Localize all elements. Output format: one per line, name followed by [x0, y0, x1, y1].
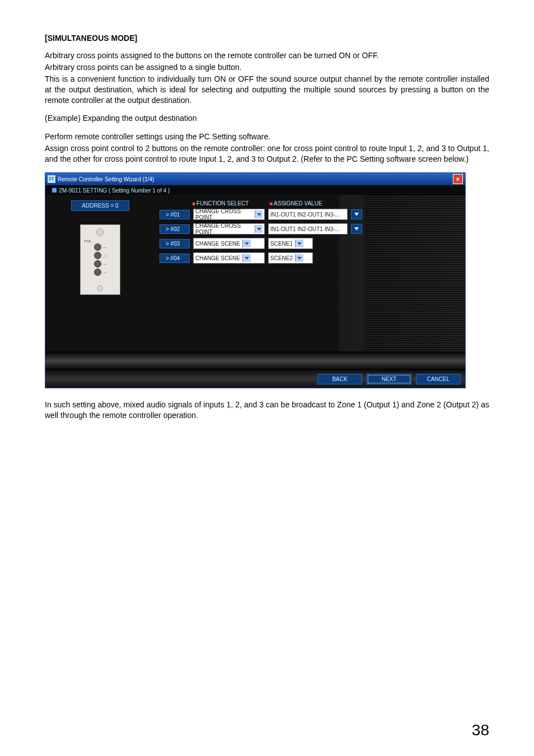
value-select[interactable]: SCENE1	[268, 238, 313, 249]
chevron-down-icon[interactable]	[255, 225, 263, 233]
back-button[interactable]: BACK	[317, 374, 362, 384]
setting-row: > #02 CHANGE CROSS POINT IN1-OUT1 IN2-OU…	[160, 223, 461, 234]
function-select[interactable]: CHANGE SCENE	[193, 238, 265, 249]
cancel-button[interactable]: CANCEL	[416, 374, 461, 384]
wizard-titlebar: 2T Remote Controller Setting Wizard (1/4…	[45, 173, 465, 185]
paragraph-2: This is a convenient function to individ…	[45, 74, 489, 106]
brand-label: TOA	[84, 240, 91, 243]
section-heading: [SIMULTANEOUS MODE]	[45, 34, 489, 43]
address-badge: ADDRESS = 0	[71, 200, 129, 211]
screw-bottom-icon	[97, 285, 103, 291]
paragraph-4: In such setting above, mixed audio signa…	[45, 400, 489, 421]
chevron-down-icon[interactable]	[295, 254, 303, 262]
value-select[interactable]: IN1-OUT1 IN2-OUT1 IN3-...	[268, 223, 348, 234]
legend-text: ZM-9011 SETTING ( Setting Number 1 of 4 …	[59, 187, 170, 194]
wizard-title: Remote Controller Setting Wizard (1/4)	[58, 176, 154, 182]
header-assigned-value: ■ASSIGNED VALUE	[269, 200, 353, 206]
led-icon	[94, 252, 101, 259]
page-number: 38	[472, 721, 489, 739]
wizard-window: 2T Remote Controller Setting Wizard (1/4…	[45, 172, 466, 388]
paragraph-1-line-1: Arbitrary cross points assigned to the b…	[45, 50, 489, 61]
function-select[interactable]: CHANGE SCENE	[193, 252, 265, 264]
row-id-badge: > #01	[160, 210, 190, 219]
row-id-badge: > #03	[160, 239, 190, 248]
paragraph-3-line-1: Perform remote controller settings using…	[45, 132, 489, 142]
row-id-badge: > #04	[160, 253, 190, 263]
function-select[interactable]: CHANGE CROSS POINT	[193, 209, 265, 220]
close-icon[interactable]: ×	[453, 174, 463, 184]
function-select[interactable]: CHANGE CROSS POINT	[193, 223, 265, 234]
controller-graphic: TOA — — — —	[80, 224, 120, 295]
setting-row: > #03 CHANGE SCENE SCENE1	[160, 238, 461, 249]
multi-dropdown-button[interactable]	[351, 224, 362, 234]
next-button[interactable]: NEXT	[367, 374, 411, 384]
led-icon	[94, 260, 101, 267]
chevron-down-icon[interactable]	[255, 210, 263, 218]
wizard-footer: BACK NEXT CANCEL	[45, 370, 465, 388]
paragraph-3-line-2: Assign cross point control to 2 buttons …	[45, 143, 489, 165]
app-icon: 2T	[48, 175, 55, 183]
screw-top-icon	[96, 228, 104, 236]
led-icon	[94, 243, 101, 251]
value-select[interactable]: IN1-OUT1 IN2-OUT1 IN3-...	[268, 209, 348, 220]
led-icon	[94, 269, 101, 276]
legend-marker-icon	[52, 188, 57, 192]
multi-dropdown-button[interactable]	[351, 209, 362, 219]
paragraph-1-line-2: Arbitrary cross points can be assigned t…	[45, 62, 489, 73]
value-select[interactable]: SCENE2	[268, 252, 313, 264]
row-id-badge: > #02	[160, 224, 190, 234]
setting-row: > #01 CHANGE CROSS POINT IN1-OUT1 IN2-OU…	[160, 209, 461, 220]
setting-row: > #04 CHANGE SCENE SCENE2	[160, 252, 461, 264]
fieldset-legend: ZM-9011 SETTING ( Setting Number 1 of 4 …	[45, 185, 465, 195]
header-function-select: ■FUNCTION SELECT	[192, 200, 265, 206]
example-label: (Example) Expanding the output destinati…	[45, 113, 489, 124]
chevron-down-icon[interactable]	[242, 240, 251, 247]
chevron-down-icon[interactable]	[295, 240, 303, 247]
gradient-separator	[45, 351, 465, 370]
chevron-down-icon[interactable]	[242, 254, 251, 262]
